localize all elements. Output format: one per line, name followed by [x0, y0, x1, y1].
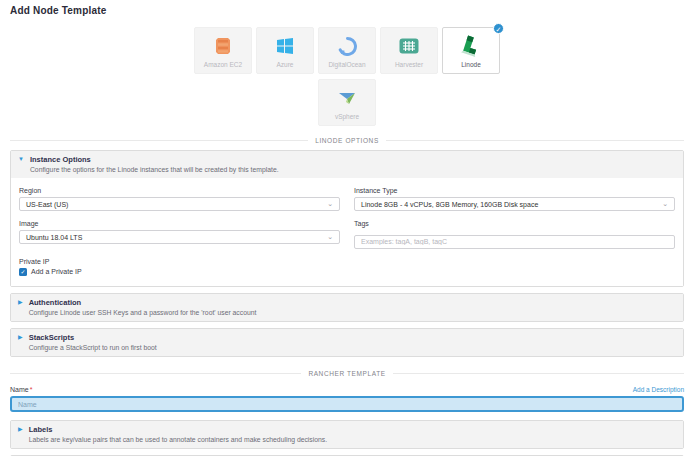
instance-options-subtitle: Configure the options for the Linode ins… — [30, 165, 279, 174]
image-label: Image — [19, 220, 340, 227]
tags-input[interactable] — [354, 235, 675, 249]
region-field-group: Region US-East (US) ⌄ — [19, 187, 340, 211]
private-ip-checkbox-label: Add a Private IP — [31, 268, 82, 275]
provider-tiles-row-1: Amazon EC2 Azure DigitalOcean — [10, 27, 684, 74]
provider-tile-label: Linode — [461, 61, 481, 68]
linode-icon — [460, 33, 482, 59]
azure-icon — [276, 33, 294, 59]
image-field-group: Image Ubuntu 18.04 LTS ⌄ — [19, 220, 340, 249]
region-value: US-East (US) — [26, 201, 68, 208]
authentication-accordion: ▶ Authentication Configure Linode user S… — [10, 293, 684, 322]
instance-options-title: Instance Options — [30, 155, 279, 164]
chevron-down-icon: ⌄ — [662, 201, 668, 207]
provider-tile-digitalocean[interactable]: DigitalOcean — [318, 27, 376, 74]
instance-type-field-group: Instance Type Linode 8GB - 4 vCPUs, 8GB … — [354, 187, 675, 211]
provider-tiles-row-2: vSphere — [10, 79, 684, 126]
labels-title: Labels — [29, 425, 328, 434]
name-row: Name* Add a Description — [10, 386, 684, 393]
private-ip-checkbox-row[interactable]: ✓ Add a Private IP — [19, 268, 675, 276]
provider-tile-azure[interactable]: Azure — [256, 27, 314, 74]
chevron-right-icon: ▶ — [18, 425, 23, 434]
rancher-template-section-title: Rancher Template — [308, 370, 385, 377]
add-description-link[interactable]: Add a Description — [633, 386, 684, 393]
region-label: Region — [19, 187, 340, 194]
stackscripts-header[interactable]: ▶ StackScripts Configure a StackScript t… — [11, 329, 683, 356]
instance-options-header[interactable]: ▼ Instance Options Configure the options… — [11, 151, 683, 178]
image-select[interactable]: Ubuntu 18.04 LTS ⌄ — [19, 230, 340, 244]
instance-options-accordion: ▼ Instance Options Configure the options… — [10, 150, 684, 287]
provider-tile-vsphere[interactable]: vSphere — [318, 79, 376, 126]
chevron-right-icon: ▶ — [18, 333, 23, 342]
chevron-right-icon: ▶ — [18, 298, 23, 307]
instance-type-label: Instance Type — [354, 187, 675, 194]
provider-tile-label: Harvester — [395, 61, 423, 68]
linode-options-section-title: Linode Options — [315, 137, 379, 144]
stackscripts-subtitle: Configure a StackScript to run on first … — [29, 343, 157, 352]
region-select[interactable]: US-East (US) ⌄ — [19, 197, 340, 211]
harvester-icon — [399, 33, 419, 59]
amazon-ec2-icon — [214, 33, 232, 59]
provider-tile-linode[interactable]: ✓ Linode — [442, 27, 500, 74]
private-ip-field-group: Private IP ✓ Add a Private IP — [19, 258, 675, 276]
authentication-header[interactable]: ▶ Authentication Configure Linode user S… — [11, 294, 683, 321]
provider-tile-harvester[interactable]: Harvester — [380, 27, 438, 74]
labels-subtitle: Labels are key/value pairs that can be u… — [29, 435, 328, 444]
labels-header[interactable]: ▶ Labels Labels are key/value pairs that… — [11, 421, 683, 448]
provider-tile-label: Amazon EC2 — [204, 61, 242, 68]
instance-options-body: Region US-East (US) ⌄ Instance Type Lino… — [11, 178, 683, 286]
name-label: Name* — [10, 386, 32, 393]
chevron-down-icon: ⌄ — [327, 201, 333, 207]
private-ip-checkbox[interactable]: ✓ — [19, 268, 27, 276]
required-asterisk: * — [30, 386, 33, 393]
name-input[interactable] — [10, 396, 684, 412]
provider-tile-label: Azure — [277, 61, 294, 68]
stackscripts-accordion: ▶ StackScripts Configure a StackScript t… — [10, 328, 684, 357]
add-node-template-dialog: Add Node Template Amazon EC2 — [0, 0, 694, 456]
selected-check-icon: ✓ — [493, 23, 504, 34]
linode-options-separator: Linode Options — [10, 137, 684, 144]
chevron-down-icon: ▼ — [18, 155, 24, 164]
provider-tile-label: DigitalOcean — [328, 61, 365, 68]
provider-tile-label: vSphere — [335, 113, 359, 120]
instance-type-select[interactable]: Linode 8GB - 4 vCPUs, 8GB Memory, 160GB … — [354, 197, 675, 211]
authentication-title: Authentication — [29, 298, 257, 307]
image-value: Ubuntu 18.04 LTS — [26, 234, 82, 241]
authentication-subtitle: Configure Linode user SSH Keys and a pas… — [29, 308, 257, 317]
instance-type-value: Linode 8GB - 4 vCPUs, 8GB Memory, 160GB … — [361, 201, 538, 208]
chevron-down-icon: ⌄ — [327, 234, 333, 240]
tags-field-group: Tags — [354, 220, 675, 249]
digitalocean-icon — [338, 33, 357, 59]
private-ip-label: Private IP — [19, 258, 675, 265]
stackscripts-title: StackScripts — [29, 333, 157, 342]
provider-tile-amazon-ec2[interactable]: Amazon EC2 — [194, 27, 252, 74]
labels-accordion: ▶ Labels Labels are key/value pairs that… — [10, 420, 684, 449]
tags-label: Tags — [354, 220, 675, 227]
rancher-template-separator: Rancher Template — [10, 370, 684, 377]
vsphere-icon — [336, 85, 358, 111]
page-title: Add Node Template — [10, 5, 684, 16]
